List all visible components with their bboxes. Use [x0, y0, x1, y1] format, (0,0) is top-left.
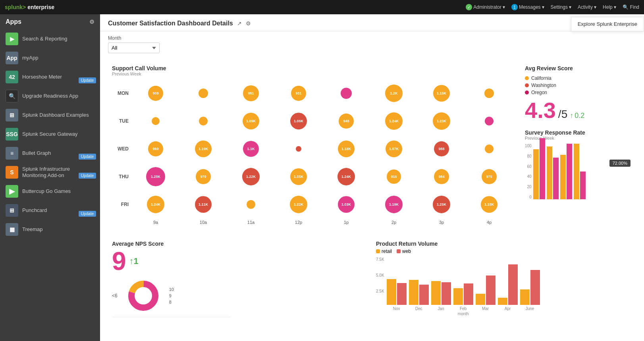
upgrade-readiness-label: Upgrade Readiness App [22, 93, 78, 99]
prv-x-label-June: June [520, 306, 540, 311]
bubble-cell: 1.24K [370, 107, 418, 135]
main-content: Explore Splunk Enterprise Customer Satis… [100, 14, 644, 341]
donut-label-9: 9 [169, 293, 174, 298]
score-delta: ↑ 0.2 [570, 112, 584, 120]
sidebar-items-container: ▶Search & ReportingAppmyApp42Horseshoe M… [0, 29, 100, 239]
bubble-cell: 984 [418, 163, 465, 191]
bubble-cell: 948 [322, 107, 370, 135]
prv-legend-retail: retail [376, 249, 392, 254]
bubble-cell: 1.05K [275, 163, 322, 191]
bubble [152, 117, 160, 125]
splunk-infra-update-badge[interactable]: Update [79, 173, 96, 179]
survey-bar-group [533, 138, 545, 199]
score-denom: /5 [558, 108, 567, 121]
external-link-icon[interactable]: ↗ [237, 20, 242, 27]
legend-oregon: Oregon [525, 90, 632, 95]
month-filter-select[interactable]: All [108, 42, 160, 53]
prv-bar-red [486, 275, 496, 305]
bubble-cell: 1.25K [418, 191, 465, 218]
nps-panel: Average NPS Score 9 ↑1 <6 10 9 8 [108, 237, 372, 321]
prv-bar-red [530, 270, 540, 305]
help-menu[interactable]: Help ▾ [603, 4, 616, 10]
help-label: Help [603, 4, 613, 10]
apps-title: Apps [6, 18, 21, 25]
bubble: 1.2K [385, 85, 403, 102]
col-label-12p: 12p [275, 220, 322, 225]
support-call-volume-panel: Support Call Volume Previous Week MON908… [108, 61, 517, 229]
dashboard-settings-icon[interactable]: ⚙ [246, 20, 251, 27]
bubble-cell: 1.19K [179, 135, 227, 163]
prv-bar-red [397, 283, 407, 305]
settings-chevron: ▾ [569, 4, 571, 10]
prv-bars-area: NovDecJanFebMarAprJune month [387, 257, 540, 316]
horseshoe-meter-update-badge[interactable]: Update [79, 77, 96, 83]
bubble-cell: 1.24K [322, 163, 370, 191]
sidebar-item-bullet-graph[interactable]: ≡Bullet GraphUpdate [0, 144, 100, 163]
dashboard-title: Customer Satisfaction Dashboard Details [108, 20, 233, 27]
bubble-cell: 979 [179, 163, 227, 191]
bubble: 1.24K [337, 168, 355, 185]
prv-bar-group [409, 280, 429, 305]
sidebar-item-upgrade-readiness[interactable]: 🔍Upgrade Readiness App [0, 87, 100, 106]
prv-bar-red [508, 264, 518, 305]
bubble-cell: 975 [465, 163, 513, 191]
survey-bar-orange [533, 149, 539, 199]
bubble [199, 89, 208, 98]
activity-menu[interactable]: Activity ▾ [578, 4, 596, 10]
activity-label: Activity [578, 4, 593, 10]
messages-menu[interactable]: 1 Messages ▾ [511, 4, 544, 10]
prv-bars [387, 257, 540, 305]
support-call-volume-title: Support Call Volume [112, 65, 513, 71]
nps-big: 9 ↑1 [112, 249, 368, 274]
settings-menu[interactable]: Settings ▾ [551, 4, 571, 10]
sidebar-item-search-reporting[interactable]: ▶Search & Reporting [0, 29, 100, 48]
bubble-cell: 1.19K [370, 191, 418, 218]
sidebar-item-splunk-secure[interactable]: SSGSplunk Secure Gateway [0, 125, 100, 144]
bubble-cell [465, 135, 513, 163]
bubble: 1.1K [243, 141, 259, 157]
status-badge: ✓ [466, 4, 472, 10]
punchcard-update-badge[interactable]: Update [79, 211, 96, 217]
upgrade-readiness-icon: 🔍 [6, 90, 18, 102]
search-reporting-icon: ▶ [6, 33, 18, 45]
sidebar-item-treemap[interactable]: ▦Treemap [0, 220, 100, 239]
prv-bar-group [520, 270, 540, 305]
sidebar-item-buttercup-games[interactable]: ▶Buttercup Go Games [0, 182, 100, 201]
buttercup-games-label: Buttercup Go Games [22, 188, 71, 195]
prv-chart-wrap: 7.5K 5.0K 2.5K NovDecJanFebMarAprJune mo… [376, 257, 632, 316]
donut-labels: 10 9 8 [169, 287, 174, 304]
sidebar-item-myapp[interactable]: AppmyApp [0, 48, 100, 67]
bubble: 1.28K [146, 167, 165, 186]
sidebar: Apps ⚙ ▶Search & ReportingAppmyApp42Hors… [0, 14, 100, 341]
find-button[interactable]: 🔍 Find [623, 4, 639, 10]
prv-label-web: web [402, 249, 411, 254]
sidebar-item-horseshoe-meter[interactable]: 42Horseshoe MeterUpdate [0, 67, 100, 87]
logo[interactable]: splunk>enterprise [5, 4, 54, 10]
sidebar-item-punchcard[interactable]: ⊞PunchcardUpdate [0, 201, 100, 220]
prv-title: Product Return Volume [376, 241, 632, 247]
bubble: 908 [148, 86, 163, 101]
sidebar-item-splunk-infra[interactable]: SSplunk Infrastructure Monitoring Add-on… [0, 163, 100, 182]
sidebar-item-splunk-dashboard[interactable]: ⊞Splunk Dashboard Examples [0, 106, 100, 125]
prv-bar-group [498, 264, 518, 305]
admin-menu[interactable]: ✓ Administrator ▾ [466, 4, 505, 10]
bullet-graph-update-badge[interactable]: Update [79, 154, 96, 160]
messages-label: Messages [519, 4, 541, 10]
bubble: 916 [387, 170, 401, 184]
legend-washington: Washington [525, 83, 632, 88]
legend-label-washington: Washington [531, 83, 556, 88]
bubble: 1.15K [433, 85, 450, 102]
admin-label: Administrator [473, 4, 501, 10]
col-label-11a: 11a [227, 220, 275, 225]
apps-gear-icon[interactable]: ⚙ [89, 19, 94, 25]
bubble: 1.23K [433, 112, 450, 130]
prv-bar-red [464, 283, 473, 305]
survey-bar-pink [580, 171, 586, 199]
prv-bar-orange [498, 298, 507, 305]
col-label-2p: 2p [370, 220, 418, 225]
logo-enterprise: enterprise [27, 4, 54, 10]
bubble: 1.22K [242, 168, 260, 185]
explore-banner[interactable]: Explore Splunk Enterprise [571, 17, 644, 31]
bubble-cell: 1.18K [322, 135, 370, 163]
donut-label-8: 8 [169, 300, 174, 304]
